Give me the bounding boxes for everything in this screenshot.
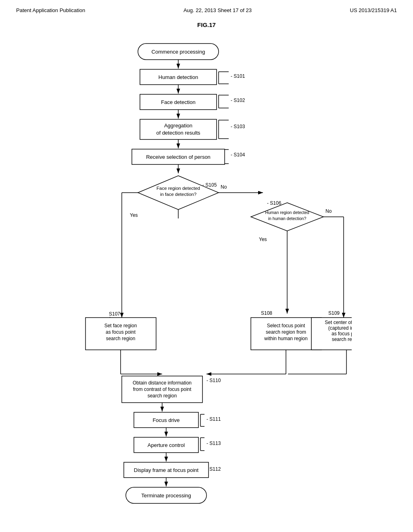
human-detection-label: Human detection — [159, 74, 198, 80]
s106-label: - S106 — [267, 200, 282, 206]
human-detected-q1: Human region detected — [265, 210, 309, 215]
s109-label: S109 — [328, 310, 340, 316]
s104-label: - S104 — [231, 152, 245, 158]
display-frame-label: Display frame at focus point — [134, 467, 199, 473]
set-center-l1: Set center of screen — [325, 320, 352, 325]
header-middle: Aug. 22, 2013 Sheet 17 of 23 — [184, 7, 252, 13]
s103-label: - S103 — [231, 124, 245, 129]
face-detection-label: Face detection — [161, 99, 195, 105]
s107-label: S107 — [109, 311, 120, 317]
face-detected-q1: Face region detected — [156, 186, 200, 191]
obtain-dist-l2: from contrast of focus point — [133, 387, 192, 392]
s113-label: - S113 — [206, 441, 221, 446]
no-label1: No — [221, 184, 227, 190]
header-right: US 2013/215319 A1 — [350, 7, 397, 13]
fig-title: FIG.17 — [24, 21, 389, 28]
set-face-region-l3: search region — [106, 336, 136, 341]
set-center-l4: search region — [332, 337, 352, 342]
yes-label1: Yes — [130, 212, 138, 218]
s101-label: - S101 — [231, 73, 245, 79]
s111-label: - S111 — [206, 416, 221, 422]
commence-label: Commence processing — [152, 49, 205, 55]
select-focus-l1: Select focus point — [267, 323, 305, 328]
face-detected-q2: in face detection? — [160, 192, 196, 197]
set-face-region-l2: as focus point — [106, 329, 136, 335]
set-center-l3: as focus point — [332, 331, 352, 337]
aggregation-label1: Aggregation — [164, 123, 192, 129]
s108-label: S108 — [261, 310, 272, 316]
obtain-dist-l3: search region — [148, 393, 177, 399]
s110-label: - S110 — [206, 378, 221, 383]
aperture-control-label: Aperture control — [148, 442, 185, 448]
header-left: Patent Application Publication — [16, 7, 85, 13]
select-focus-l2: search region from — [266, 329, 306, 335]
terminate-label: Terminate processing — [141, 493, 191, 499]
obtain-dist-l1: Obtain distance information — [133, 380, 192, 386]
set-face-region-l1: Set face region — [104, 323, 137, 328]
s102-label: - S102 — [231, 98, 245, 103]
select-focus-l3: within human region — [264, 336, 307, 341]
set-center-l2: (captured image) — [328, 325, 352, 331]
aggregation-label2: of detection results — [156, 130, 200, 136]
yes-label2: Yes — [259, 237, 267, 242]
human-detected-q2: in human detection? — [268, 216, 307, 221]
receive-selection-label: Receive selection of person — [146, 154, 211, 160]
no-label2: No — [325, 208, 332, 214]
focus-drive-label: Focus drive — [152, 417, 179, 423]
